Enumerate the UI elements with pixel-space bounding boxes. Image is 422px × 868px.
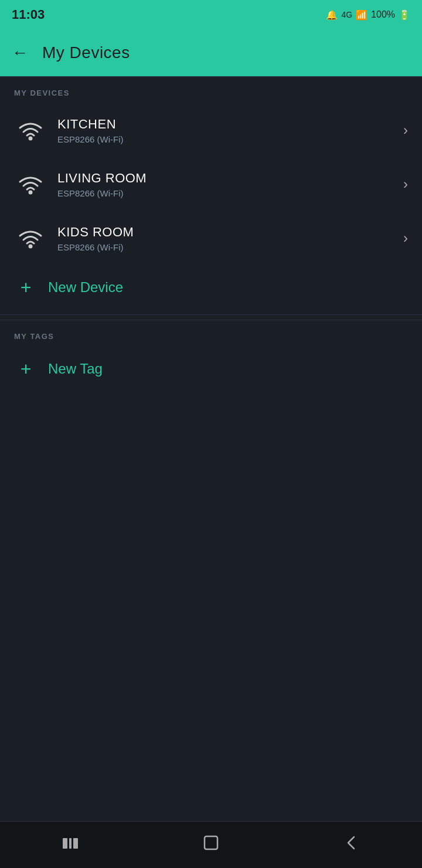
tags-section-header: MY TAGS: [0, 320, 422, 347]
home-icon: [203, 835, 219, 855]
recents-button[interactable]: [53, 828, 88, 863]
svg-point-2: [29, 245, 33, 249]
device-item-living-room[interactable]: LIVING ROOM ESP8266 (Wi-Fi) ›: [0, 157, 422, 211]
device-info-kitchen: KITCHEN ESP8266 (Wi-Fi): [57, 117, 397, 144]
add-tag-label: New Tag: [48, 361, 103, 377]
wifi-icon-living-room: [14, 168, 47, 201]
device-info-kids-room: KIDS ROOM ESP8266 (Wi-Fi): [57, 225, 397, 252]
devices-section-header: MY DEVICES: [0, 76, 422, 103]
add-device-label: New Device: [48, 279, 123, 296]
status-bar: 11:03 🔔 4G 📶 100% 🔋: [0, 0, 422, 29]
status-icons: 🔔 4G 📶 100% 🔋: [326, 9, 410, 21]
battery-label: 100%: [371, 9, 395, 20]
device-type-kids-room: ESP8266 (Wi-Fi): [57, 242, 397, 252]
device-name-kitchen: KITCHEN: [57, 117, 397, 132]
signal-icon: 📶: [356, 9, 367, 21]
back-button[interactable]: ←: [12, 43, 28, 62]
device-name-living-room: LIVING ROOM: [57, 171, 397, 186]
svg-point-1: [29, 191, 33, 195]
wifi-signal-icon: [18, 171, 43, 197]
svg-point-0: [29, 137, 33, 141]
app-bar: ← My Devices: [0, 29, 422, 76]
device-name-kids-room: KIDS ROOM: [57, 225, 397, 240]
add-device-icon: +: [14, 276, 38, 299]
device-item-kids-room[interactable]: KIDS ROOM ESP8266 (Wi-Fi) ›: [0, 211, 422, 265]
wifi-signal-icon: [18, 225, 43, 251]
alarm-icon: 🔔: [326, 9, 338, 21]
wifi-signal-icon: [18, 117, 43, 143]
chevron-right-kitchen: ›: [403, 122, 408, 138]
svg-rect-6: [205, 836, 217, 849]
home-button[interactable]: [193, 828, 229, 863]
svg-rect-3: [63, 838, 67, 849]
add-tag-icon: +: [14, 357, 38, 381]
battery-icon: 🔋: [399, 9, 410, 21]
section-divider: [0, 314, 422, 315]
page-title: My Devices: [42, 43, 130, 62]
nav-bar: [0, 821, 422, 868]
status-time: 11:03: [12, 7, 45, 22]
back-nav-icon: [345, 835, 359, 855]
add-tag-button[interactable]: + New Tag: [0, 347, 422, 391]
content-area: MY DEVICES KITCHEN ESP8266 (Wi-Fi) ›: [0, 76, 422, 821]
device-item-kitchen[interactable]: KITCHEN ESP8266 (Wi-Fi) ›: [0, 103, 422, 157]
device-info-living-room: LIVING ROOM ESP8266 (Wi-Fi): [57, 171, 397, 198]
device-type-kitchen: ESP8266 (Wi-Fi): [57, 134, 397, 144]
svg-rect-5: [73, 838, 78, 849]
wifi-icon-kids-room: [14, 222, 47, 255]
back-nav-button[interactable]: [334, 828, 369, 863]
recents-icon: [62, 836, 79, 855]
svg-rect-4: [69, 838, 72, 849]
device-type-living-room: ESP8266 (Wi-Fi): [57, 188, 397, 198]
data-icon: 4G: [341, 10, 352, 19]
chevron-right-kids-room: ›: [403, 230, 408, 246]
add-device-button[interactable]: + New Device: [0, 265, 422, 310]
wifi-icon-kitchen: [14, 114, 47, 147]
chevron-right-living-room: ›: [403, 176, 408, 192]
